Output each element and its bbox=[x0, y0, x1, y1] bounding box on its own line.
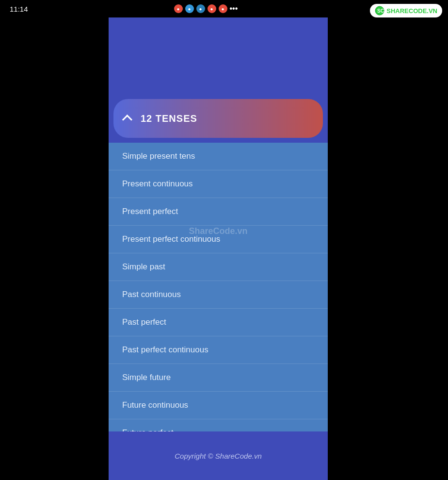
list-item-text: Present perfect continuous bbox=[122, 234, 220, 244]
top-background bbox=[109, 17, 328, 107]
list-item[interactable]: Past perfect bbox=[109, 309, 328, 336]
list-item-text: Simple present tens bbox=[122, 151, 195, 161]
list-item[interactable]: Past continuous bbox=[109, 281, 328, 309]
list-item-text: Future continuous bbox=[122, 400, 188, 410]
list-item[interactable]: Present perfect continuous bbox=[109, 226, 328, 253]
app-notification-icons: ● ● ● ● ● ••• bbox=[174, 4, 238, 13]
list-item-text: Past perfect continuous bbox=[122, 345, 208, 355]
status-time: 11:14 bbox=[10, 5, 28, 13]
tense-list: Simple present tensPresent continuousPre… bbox=[109, 143, 328, 431]
copyright-text: Copyright © ShareCode.vn bbox=[175, 452, 261, 460]
list-item[interactable]: Present continuous bbox=[109, 170, 328, 198]
list-item[interactable]: Future continuous bbox=[109, 392, 328, 419]
notification-icon-5: ● bbox=[219, 4, 227, 13]
chevron-up-icon[interactable] bbox=[123, 114, 133, 123]
notification-icon-3: ● bbox=[196, 4, 205, 13]
list-item-text: Simple past bbox=[122, 262, 165, 272]
header-card[interactable]: 12 TENSES bbox=[113, 99, 323, 138]
list-item[interactable]: Past perfect continuous bbox=[109, 336, 328, 364]
list-item[interactable]: Future perfect bbox=[109, 419, 328, 431]
app-container: ShareCode.vn 12 TENSES Simple present te… bbox=[109, 17, 328, 480]
footer: Copyright © ShareCode.vn bbox=[109, 431, 328, 480]
svg-text:SC: SC bbox=[377, 8, 384, 14]
list-item-text: Past perfect bbox=[122, 317, 166, 327]
list-item[interactable]: Simple future bbox=[109, 364, 328, 392]
list-item-text: Present continuous bbox=[122, 179, 193, 189]
list-item[interactable]: Simple past bbox=[109, 253, 328, 281]
notification-icon-4: ● bbox=[208, 4, 216, 13]
list-item[interactable]: Present perfect bbox=[109, 198, 328, 226]
sharecode-logo: SC SHARECODE.VN bbox=[370, 4, 442, 17]
list-item-text: Present perfect bbox=[122, 207, 178, 216]
list-item-text: Simple future bbox=[122, 373, 171, 382]
more-icon: ••• bbox=[230, 4, 238, 13]
notification-icon-1: ● bbox=[174, 4, 183, 13]
logo-icon: SC bbox=[375, 6, 384, 16]
list-item[interactable]: Simple present tens bbox=[109, 143, 328, 170]
logo-text: SHARECODE.VN bbox=[386, 7, 437, 15]
list-item-text: Past continuous bbox=[122, 290, 181, 299]
header-title: 12 TENSES bbox=[141, 113, 197, 124]
notification-icon-2: ● bbox=[185, 4, 194, 13]
list-item-text: Future perfect bbox=[122, 428, 174, 431]
